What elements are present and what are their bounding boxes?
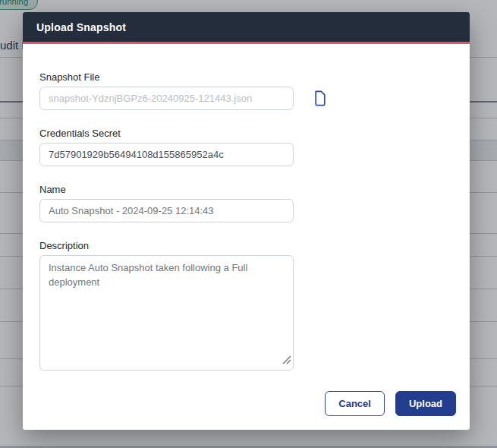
name-group: Name [39, 184, 453, 222]
description-label: Description [39, 240, 453, 251]
credentials-secret-input[interactable] [39, 143, 294, 166]
name-input[interactable] [39, 199, 294, 222]
modal-header: Upload Snapshot [23, 12, 470, 42]
cancel-button[interactable]: Cancel [325, 391, 385, 416]
description-group: Description Instance Auto Snapshot taken… [39, 240, 453, 371]
upload-button[interactable]: Upload [395, 391, 456, 416]
modal-body: Snapshot File Credentials Secret Name [23, 44, 470, 371]
snapshot-file-label: Snapshot File [39, 71, 453, 83]
file-icon[interactable] [313, 90, 327, 106]
snapshot-file-group: Snapshot File [39, 71, 453, 110]
modal-title: Upload Snapshot [36, 21, 126, 33]
upload-snapshot-modal: Upload Snapshot Snapshot File Credentia [23, 12, 470, 430]
description-textarea[interactable]: Instance Auto Snapshot taken following a… [39, 255, 294, 371]
name-label: Name [39, 184, 453, 195]
screen: running udit L Upload Snapshot Snapshot … [0, 0, 497, 448]
credentials-secret-label: Credentials Secret [39, 128, 453, 139]
snapshot-file-input[interactable] [39, 87, 294, 110]
modal-footer: Cancel Upload [325, 391, 456, 416]
credentials-secret-group: Credentials Secret [39, 128, 453, 166]
